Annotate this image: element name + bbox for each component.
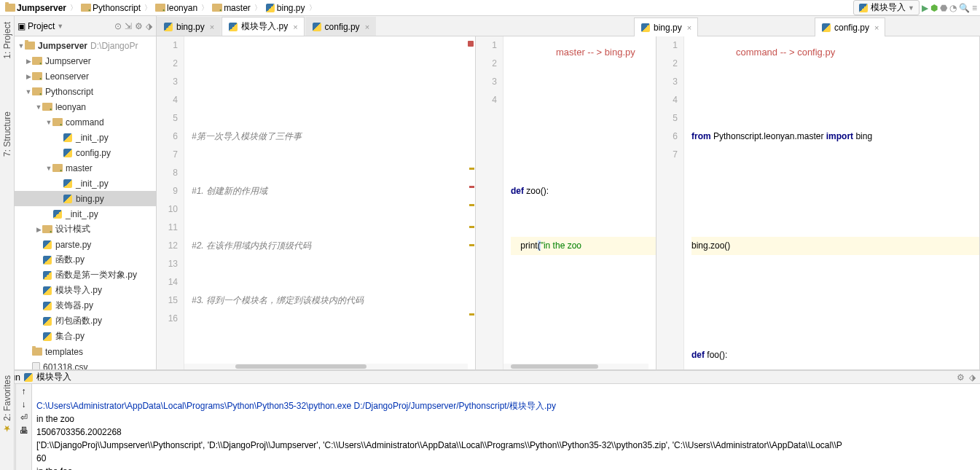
- print-icon[interactable]: 🖶: [20, 426, 28, 436]
- editor-tab[interactable]: config.py×: [305, 17, 376, 36]
- tree-node[interactable]: ▶集合.py: [15, 329, 156, 344]
- python-file-icon: [52, 209, 63, 219]
- node-label: 集合.py: [55, 330, 85, 342]
- run-panel-header: Run 模块导入 ⚙ ⬗: [0, 371, 980, 384]
- python-file-icon: [858, 3, 869, 13]
- python-file-icon: [42, 270, 52, 281]
- code-editor[interactable]: 12345678910111213141516 #第一次导入模块做了三件事 #1…: [157, 36, 475, 369]
- chevron-right-icon: 〉: [201, 3, 208, 13]
- horizontal-scrollbar[interactable]: [184, 364, 468, 369]
- tree-node[interactable]: ▶templates: [15, 344, 156, 359]
- crumb-label: Pythonscript: [93, 3, 141, 13]
- python-file-icon: [163, 22, 173, 32]
- close-icon[interactable]: ×: [210, 23, 214, 31]
- editor-tab-active[interactable]: config.py×: [815, 17, 885, 36]
- node-label: _init_.py: [66, 209, 98, 219]
- project-panel: ▣Project▼ ⊙ ⇲ ⚙ ⬗ ▼JumpserverD:\DjangoPr…: [15, 16, 157, 369]
- console-line: in the zoo: [36, 414, 74, 424]
- code-editor[interactable]: 1234 def zoo(): print("in the zoo: [476, 36, 656, 369]
- tab-structure[interactable]: 7: Structure: [1, 109, 14, 160]
- tree-node[interactable]: ▶闭包函数.py: [15, 313, 156, 329]
- run-config-selector[interactable]: 模块导入▼: [853, 0, 920, 15]
- editor-tab-active[interactable]: 模块导入.py×: [222, 17, 304, 36]
- node-label: 装饰器.py: [55, 299, 93, 312]
- close-icon[interactable]: ×: [293, 23, 297, 31]
- tree-node[interactable]: ▶parste.py: [15, 237, 156, 252]
- overlay-label: command -- > config.py: [736, 47, 835, 58]
- folder-icon: [25, 42, 35, 50]
- tree-node[interactable]: ▼command: [15, 114, 156, 130]
- search-icon[interactable]: 🔍: [959, 3, 970, 13]
- debug-icon[interactable]: ⬢: [930, 3, 938, 13]
- up-icon[interactable]: ↑: [22, 386, 26, 396]
- run-tool-window: Run 模块导入 ⚙ ⬗ ▶ ■ ‖ × ↑ ↓ ⏎ 🖶 C:\Users\Ad…: [0, 369, 980, 468]
- tree-node[interactable]: ▶_init_.py: [15, 176, 156, 191]
- tree-node[interactable]: ▶Leonserver: [15, 68, 156, 84]
- code-area[interactable]: def zoo(): print("in the zoo: [503, 36, 656, 369]
- left-tool-strip: 1: Project 7: Structure: [0, 16, 15, 369]
- close-icon[interactable]: ×: [874, 23, 879, 32]
- tree-node[interactable]: ▼master: [15, 160, 156, 176]
- crumb-seg[interactable]: Pythonscript: [79, 2, 143, 14]
- tree-node[interactable]: ▶_init_.py: [15, 206, 156, 222]
- code-area[interactable]: #第一次导入模块做了三件事 #1. 创建新的作用域 #2. 在该作用域内执行顶级…: [184, 36, 475, 369]
- target-icon[interactable]: ⇲: [124, 20, 133, 32]
- tree-node[interactable]: ▶Jumpserver: [15, 53, 156, 68]
- tree-node[interactable]: ▶设计模式: [15, 222, 156, 237]
- crumb-label: bing.py: [277, 3, 305, 13]
- hide-icon[interactable]: ⬗: [969, 372, 976, 383]
- project-title: Project: [28, 21, 55, 31]
- node-label: Jumpserver: [38, 41, 87, 51]
- python-file-icon: [42, 240, 52, 250]
- tab-favorites[interactable]: ★2: Favorites: [1, 372, 14, 436]
- node-label: master: [66, 163, 93, 173]
- chevron-down-icon: ▼: [908, 4, 914, 12]
- project-tree[interactable]: ▼JumpserverD:\DjangoPr ▶Jumpserver ▶Leon…: [15, 36, 156, 369]
- code-editor[interactable]: 1234567 from Pythonscript.leonyan.master…: [656, 36, 979, 369]
- tree-node[interactable]: ▼Pythonscript: [15, 84, 156, 99]
- tree-node[interactable]: ▶函数.py: [15, 252, 156, 267]
- collapse-icon[interactable]: ⊙: [114, 20, 122, 32]
- editor-tab[interactable]: bing.py×: [157, 17, 221, 36]
- console-output[interactable]: C:\Users\Administrator\AppData\Local\Pro…: [32, 384, 980, 470]
- package-icon: [42, 103, 52, 111]
- tree-node[interactable]: ▶函数是第一类对象.py: [15, 267, 156, 283]
- close-icon[interactable]: ×: [365, 23, 369, 31]
- gear-icon[interactable]: ⚙: [134, 20, 144, 32]
- crumb-seg-root[interactable]: Jumpserver: [3, 2, 68, 14]
- list-icon[interactable]: ≡: [972, 3, 977, 13]
- tab-project[interactable]: 1: Project: [1, 19, 14, 62]
- tree-node-root[interactable]: ▼JumpserverD:\DjangoPr: [15, 38, 156, 53]
- gear-icon[interactable]: ⚙: [957, 372, 965, 383]
- crumb-seg[interactable]: master: [210, 2, 253, 14]
- close-icon[interactable]: ×: [687, 23, 691, 32]
- chevron-down-icon[interactable]: ▼: [57, 23, 63, 30]
- node-label: 模块导入.py: [55, 284, 102, 297]
- wrap-icon[interactable]: ⏎: [20, 412, 28, 423]
- horizontal-scrollbar[interactable]: [503, 364, 648, 369]
- gutter: 1234: [476, 36, 503, 369]
- editor-tab-active[interactable]: bing.py×: [634, 17, 698, 36]
- crumb-seg[interactable]: leonyan: [153, 2, 200, 14]
- tree-node[interactable]: ▶模块导入.py: [15, 283, 156, 298]
- left-tool-strip-bottom: ★2: Favorites: [0, 369, 15, 470]
- code-area[interactable]: from Pythonscript.leonyan.master import …: [684, 36, 979, 369]
- tree-node[interactable]: ▶装饰器.py: [15, 298, 156, 313]
- tab-label: config.py: [834, 23, 869, 33]
- down-icon[interactable]: ↓: [22, 399, 26, 410]
- coverage-icon[interactable]: ⬣: [940, 3, 947, 13]
- tree-node-selected[interactable]: ▶bing.py: [15, 191, 156, 206]
- crumb-seg-file[interactable]: bing.py: [263, 2, 307, 14]
- run-icon[interactable]: ▶: [922, 3, 928, 13]
- crumb-label: master: [224, 3, 251, 13]
- node-label: _init_.py: [76, 133, 109, 143]
- node-label: leonyan: [55, 102, 86, 112]
- error-strip[interactable]: [468, 36, 475, 369]
- tree-node[interactable]: ▼leonyan: [15, 99, 156, 114]
- tree-node[interactable]: ▶_init_.py: [15, 130, 156, 145]
- hide-icon[interactable]: ⬗: [145, 20, 153, 32]
- profile-icon[interactable]: ◔: [949, 3, 957, 13]
- tree-node[interactable]: ▶config.py: [15, 145, 156, 160]
- package-icon: [32, 57, 42, 65]
- tree-node[interactable]: ▶601318.csv: [15, 359, 156, 369]
